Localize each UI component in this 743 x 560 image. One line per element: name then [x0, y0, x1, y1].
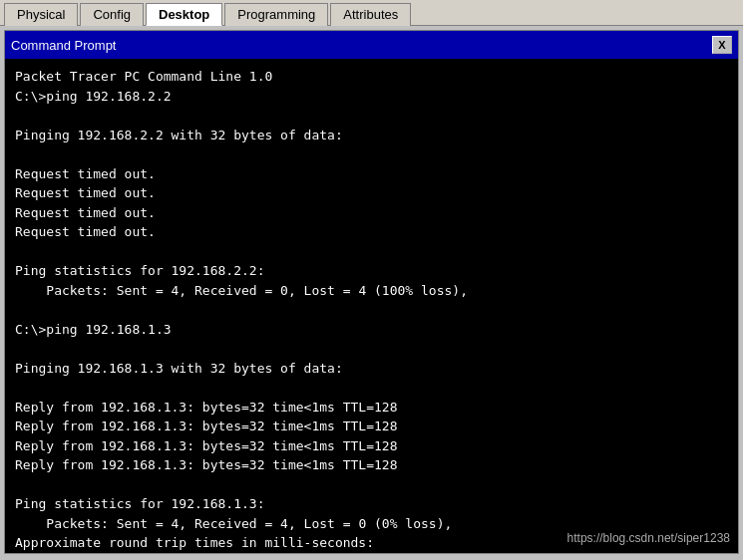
- tab-attributes[interactable]: Attributes: [330, 3, 411, 26]
- window-container: Command Prompt X Packet Tracer PC Comman…: [4, 30, 739, 554]
- title-bar: Command Prompt X: [5, 31, 738, 59]
- close-button[interactable]: X: [712, 36, 732, 54]
- tab-desktop[interactable]: Desktop: [146, 3, 222, 26]
- terminal[interactable]: Packet Tracer PC Command Line 1.0 C:\>pi…: [5, 59, 738, 553]
- tab-programming[interactable]: Programming: [224, 3, 328, 26]
- tabs-bar: PhysicalConfigDesktopProgrammingAttribut…: [0, 0, 743, 26]
- title-bar-text: Command Prompt: [11, 38, 116, 53]
- terminal-content: Packet Tracer PC Command Line 1.0 C:\>pi…: [15, 67, 728, 553]
- tab-config[interactable]: Config: [80, 3, 144, 26]
- tab-physical[interactable]: Physical: [4, 3, 78, 26]
- watermark: https://blog.csdn.net/siper1238: [567, 529, 730, 547]
